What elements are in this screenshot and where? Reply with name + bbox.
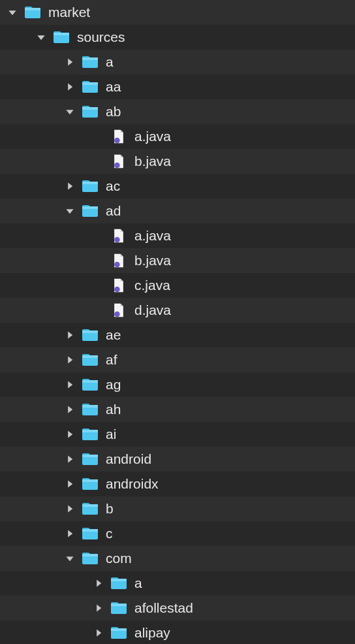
- svg-rect-3: [54, 33, 69, 35]
- svg-rect-43: [111, 604, 127, 606]
- java-file-icon: [110, 152, 128, 170]
- tree-item-label: b.java: [134, 153, 171, 169]
- chevron-down-icon[interactable]: [63, 204, 77, 218]
- chevron-right-icon[interactable]: [63, 452, 77, 466]
- tree-row[interactable]: ae: [0, 323, 355, 347]
- tree-row[interactable]: c: [0, 521, 355, 546]
- svg-point-16: [114, 237, 120, 243]
- svg-rect-37: [82, 529, 98, 532]
- tree-item-label: afollestad: [134, 600, 193, 616]
- folder-icon: [81, 78, 99, 96]
- svg-rect-13: [82, 182, 98, 184]
- chevron-down-icon[interactable]: [63, 105, 77, 119]
- svg-rect-41: [111, 579, 127, 581]
- svg-rect-31: [82, 455, 98, 457]
- tree-item-label: c.java: [134, 278, 170, 293]
- tree-row[interactable]: aa: [0, 74, 355, 99]
- folder-icon: [81, 500, 99, 518]
- chevron-right-icon[interactable]: [63, 402, 77, 417]
- tree-row[interactable]: alipay: [0, 620, 355, 644]
- chevron-down-icon[interactable]: [63, 551, 77, 566]
- tree-row[interactable]: a.java: [0, 223, 355, 248]
- tree-row[interactable]: ad: [0, 199, 355, 223]
- tree-item-label: sources: [77, 29, 125, 45]
- tree-row[interactable]: ah: [0, 397, 355, 422]
- tree-row[interactable]: androidx: [0, 472, 355, 496]
- tree-row[interactable]: ag: [0, 372, 355, 397]
- chevron-right-icon[interactable]: [91, 576, 106, 590]
- folder-icon: [110, 599, 128, 617]
- folder-icon: [81, 177, 99, 195]
- tree-row[interactable]: ac: [0, 174, 355, 199]
- folder-icon: [81, 475, 99, 493]
- tree-row[interactable]: sources: [0, 25, 355, 50]
- tree-row[interactable]: b: [0, 496, 355, 521]
- folder-icon: [110, 574, 128, 592]
- chevron-right-icon[interactable]: [63, 427, 77, 442]
- svg-point-18: [114, 287, 120, 293]
- chevron-right-icon[interactable]: [63, 353, 77, 367]
- file-tree: 奋飞安全 91fans.com.cn @稀土掘金技术社区 marketsourc…: [0, 0, 355, 644]
- tree-row[interactable]: d.java: [0, 298, 355, 323]
- chevron-right-icon[interactable]: [91, 601, 106, 615]
- tree-item-label: b: [106, 501, 114, 517]
- folder-icon: [81, 450, 99, 468]
- svg-rect-39: [82, 554, 98, 556]
- arrow-spacer: [91, 154, 106, 169]
- tree-row[interactable]: a: [0, 571, 355, 596]
- tree-row[interactable]: afollestad: [0, 596, 355, 620]
- tree-row[interactable]: ai: [0, 422, 355, 447]
- folder-icon: [81, 425, 99, 443]
- tree-item-label: com: [106, 551, 132, 566]
- arrow-spacer: [91, 278, 106, 293]
- folder-icon: [81, 549, 99, 568]
- svg-rect-5: [82, 57, 98, 60]
- tree-row[interactable]: b.java: [0, 248, 355, 273]
- svg-rect-9: [82, 107, 98, 110]
- chevron-right-icon[interactable]: [63, 502, 77, 516]
- chevron-down-icon[interactable]: [5, 5, 20, 20]
- folder-icon: [81, 400, 99, 419]
- java-file-icon: [110, 301, 128, 319]
- tree-item-label: aa: [106, 79, 121, 95]
- tree-row[interactable]: af: [0, 347, 355, 372]
- tree-row[interactable]: a: [0, 50, 355, 74]
- chevron-right-icon[interactable]: [63, 378, 77, 392]
- tree-row[interactable]: c.java: [0, 273, 355, 298]
- java-file-icon: [110, 127, 128, 146]
- folder-icon: [52, 28, 70, 46]
- chevron-right-icon[interactable]: [63, 55, 77, 69]
- svg-point-17: [114, 262, 120, 268]
- tree-row[interactable]: com: [0, 546, 355, 571]
- tree-item-label: ag: [106, 377, 121, 393]
- tree-item-label: ah: [106, 402, 121, 417]
- tree-row[interactable]: android: [0, 447, 355, 472]
- svg-point-10: [114, 138, 120, 144]
- folder-icon: [81, 351, 99, 369]
- tree-item-label: a.java: [134, 129, 171, 144]
- tree-row[interactable]: b.java: [0, 149, 355, 174]
- tree-item-label: ac: [106, 178, 120, 194]
- arrow-spacer: [91, 303, 106, 317]
- chevron-right-icon[interactable]: [63, 526, 77, 541]
- folder-icon: [81, 202, 99, 220]
- tree-item-label: a.java: [134, 228, 171, 244]
- tree-item-label: market: [48, 5, 90, 20]
- arrow-spacer: [91, 129, 106, 144]
- chevron-right-icon[interactable]: [63, 477, 77, 491]
- tree-row[interactable]: a.java: [0, 124, 355, 149]
- java-file-icon: [110, 276, 128, 295]
- chevron-right-icon[interactable]: [63, 328, 77, 342]
- tree-item-label: alipay: [134, 625, 170, 641]
- svg-rect-33: [82, 479, 98, 482]
- svg-point-11: [114, 163, 120, 169]
- tree-item-label: ad: [106, 203, 121, 219]
- tree-row[interactable]: ab: [0, 99, 355, 124]
- folder-icon: [81, 326, 99, 344]
- chevron-right-icon[interactable]: [91, 626, 106, 640]
- tree-row[interactable]: market: [0, 0, 355, 25]
- svg-rect-25: [82, 380, 98, 383]
- chevron-right-icon[interactable]: [63, 179, 77, 193]
- chevron-right-icon[interactable]: [63, 80, 77, 94]
- chevron-down-icon[interactable]: [34, 30, 48, 44]
